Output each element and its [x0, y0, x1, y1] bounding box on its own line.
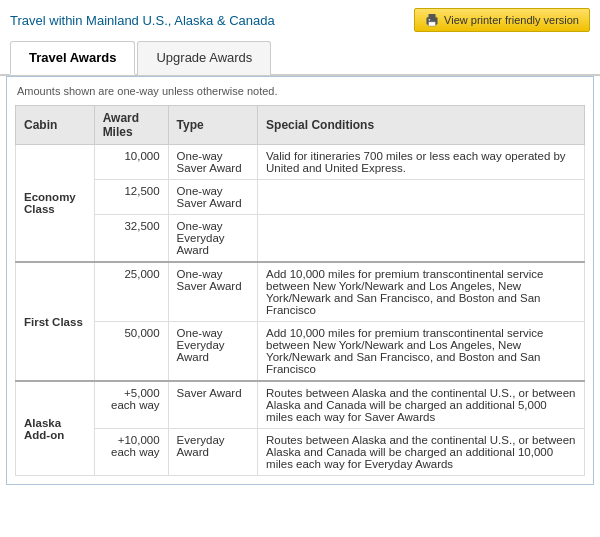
type-cell: One-way Everyday Award	[168, 322, 257, 382]
miles-cell: 25,000	[94, 262, 168, 322]
printer-button-label: View printer friendly version	[444, 14, 579, 26]
table-row: Alaska Add-on+5,000 each waySaver AwardR…	[16, 381, 585, 429]
type-cell: One-way Saver Award	[168, 180, 257, 215]
type-cell: One-way Everyday Award	[168, 215, 257, 263]
conditions-cell: Add 10,000 miles for premium transcontin…	[258, 262, 585, 322]
col-type: Type	[168, 106, 257, 145]
col-cabin: Cabin	[16, 106, 95, 145]
printer-icon	[425, 13, 439, 27]
note-text: Amounts shown are one-way unless otherwi…	[15, 85, 585, 97]
table-row: 32,500One-way Everyday Award	[16, 215, 585, 263]
type-cell: One-way Saver Award	[168, 262, 257, 322]
table-row: +10,000 each wayEveryday AwardRoutes bet…	[16, 429, 585, 476]
type-cell: Everyday Award	[168, 429, 257, 476]
table-row: First Class25,000One-way Saver AwardAdd …	[16, 262, 585, 322]
content-area: Amounts shown are one-way unless otherwi…	[6, 76, 594, 485]
cabin-cell: Alaska Add-on	[16, 381, 95, 476]
miles-cell: 32,500	[94, 215, 168, 263]
page-header: Travel within Mainland U.S., Alaska & Ca…	[0, 0, 600, 40]
miles-cell: 50,000	[94, 322, 168, 382]
conditions-cell: Routes between Alaska and the continenta…	[258, 381, 585, 429]
table-row: Economy Class10,000One-way Saver AwardVa…	[16, 145, 585, 180]
type-cell: Saver Award	[168, 381, 257, 429]
conditions-cell	[258, 215, 585, 263]
awards-table: Cabin Award Miles Type Special Condition…	[15, 105, 585, 476]
miles-cell: +10,000 each way	[94, 429, 168, 476]
tabs-container: Travel Awards Upgrade Awards	[0, 40, 600, 76]
col-conditions: Special Conditions	[258, 106, 585, 145]
tab-upgrade-awards[interactable]: Upgrade Awards	[137, 41, 271, 75]
cabin-cell: First Class	[16, 262, 95, 381]
miles-cell: 10,000	[94, 145, 168, 180]
printer-button[interactable]: View printer friendly version	[414, 8, 590, 32]
conditions-cell	[258, 180, 585, 215]
svg-rect-1	[429, 14, 436, 18]
cabin-cell: Economy Class	[16, 145, 95, 263]
page-title: Travel within Mainland U.S., Alaska & Ca…	[10, 13, 275, 28]
table-row: 50,000One-way Everyday AwardAdd 10,000 m…	[16, 322, 585, 382]
conditions-cell: Routes between Alaska and the continenta…	[258, 429, 585, 476]
table-header-row: Cabin Award Miles Type Special Condition…	[16, 106, 585, 145]
miles-cell: +5,000 each way	[94, 381, 168, 429]
tab-travel-awards[interactable]: Travel Awards	[10, 41, 135, 75]
conditions-cell: Add 10,000 miles for premium transcontin…	[258, 322, 585, 382]
type-cell: One-way Saver Award	[168, 145, 257, 180]
miles-cell: 12,500	[94, 180, 168, 215]
svg-rect-2	[429, 22, 436, 26]
col-miles: Award Miles	[94, 106, 168, 145]
table-row: 12,500One-way Saver Award	[16, 180, 585, 215]
svg-rect-3	[429, 19, 431, 20]
conditions-cell: Valid for itineraries 700 miles or less …	[258, 145, 585, 180]
